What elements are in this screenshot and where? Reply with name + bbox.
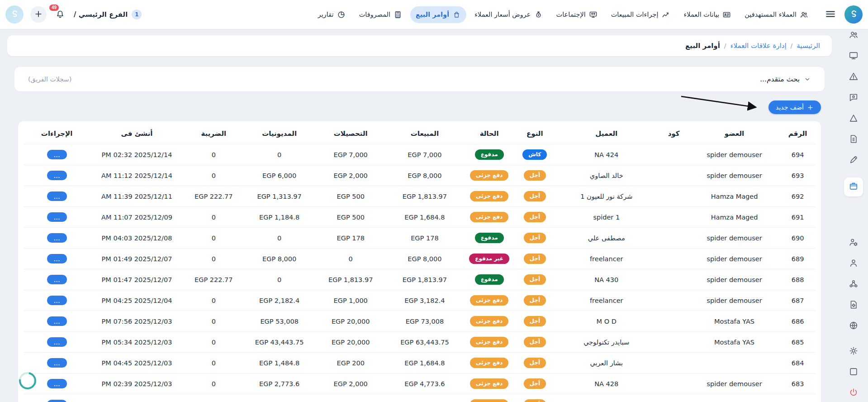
nav-tab-sales-orders[interactable]: أوامر البيع xyxy=(410,6,466,23)
table-row: 694spider demouserNA 424كاشمدفوعEGP 7,00… xyxy=(24,144,816,165)
cell-number: 694 xyxy=(780,144,816,165)
type-badge: أجل xyxy=(524,295,546,306)
row-actions-button[interactable]: ... xyxy=(47,316,67,326)
sidebar-item-document-settings[interactable] xyxy=(848,300,859,311)
nav-tab-reports[interactable]: تقارير xyxy=(313,6,351,23)
app-logo[interactable] xyxy=(844,5,863,24)
cell-number: 692 xyxy=(780,186,816,207)
col-number: الرقم xyxy=(780,123,816,144)
sidebar-item-invoices[interactable] xyxy=(848,134,859,146)
cell-code xyxy=(659,269,689,290)
sidebar-item-alerts[interactable] xyxy=(848,72,859,83)
cell-client: NA 430 xyxy=(554,269,659,290)
add-new-button[interactable]: أضف جديد xyxy=(768,100,821,114)
cell-debts: EGP 2,773.6 xyxy=(244,373,315,394)
breadcrumb-crm[interactable]: إدارة علاقات العملاء xyxy=(730,42,787,50)
sidebar-item-web-analytics[interactable] xyxy=(848,321,859,332)
row-actions-button[interactable]: ... xyxy=(47,275,67,284)
advanced-search-label: بحث متقدم... xyxy=(760,75,800,83)
cell-debts: EGP 1,184.8 xyxy=(244,207,315,228)
nav-tab-sales-actions[interactable]: إجراءات المبيعات xyxy=(606,6,676,23)
customer-data-icon xyxy=(722,10,731,19)
document-settings-icon xyxy=(849,300,859,311)
cell-sales: EGP 63,443.75 xyxy=(386,332,463,353)
cell-type: أجل xyxy=(515,228,554,249)
type-badge: أجل xyxy=(524,170,546,181)
row-actions-button[interactable]: ... xyxy=(47,191,67,201)
col-created: أنشئ فى xyxy=(90,123,184,144)
cell-type: أجل xyxy=(515,311,554,332)
hamburger-icon xyxy=(825,14,836,21)
sidebar-item-team[interactable] xyxy=(848,30,859,42)
logout-icon xyxy=(849,388,859,399)
nav-tab-targeted-customers[interactable]: العملاء المستهدفين xyxy=(739,6,814,23)
row-actions-button[interactable]: ... xyxy=(47,296,67,305)
video-meetings-icon xyxy=(849,92,859,104)
sidebar-item-settings[interactable] xyxy=(848,346,859,358)
type-badge: أجل xyxy=(524,233,546,243)
sales-orders-icon xyxy=(849,181,859,193)
row-actions-button[interactable]: ... xyxy=(47,337,67,347)
sidebar-item-logout[interactable] xyxy=(848,388,859,399)
cell-actions: ... xyxy=(24,165,90,186)
row-actions-button[interactable]: ... xyxy=(47,150,67,159)
table-row: 690spider demouserمصطفى عليأجلمدفوعEGP 1… xyxy=(24,228,816,249)
nav-tab-customer-quotes[interactable]: عروض أسعار العملاء xyxy=(469,6,548,23)
notifications-button[interactable]: 49 xyxy=(53,8,67,21)
branch-selector[interactable]: 1 الفرع الرئيسي / xyxy=(74,10,142,19)
avatar-swirl-icon xyxy=(9,8,20,21)
sidebar-item-funnel[interactable] xyxy=(848,113,859,125)
row-actions-button[interactable]: ... xyxy=(47,233,67,243)
nav-tab-expenses[interactable]: المصروفات xyxy=(354,6,408,23)
actions-row: أضف جديد xyxy=(18,100,821,115)
type-badge: كاش xyxy=(522,149,547,160)
meetings-icon xyxy=(589,10,598,19)
row-actions-button[interactable]: ... xyxy=(47,400,67,402)
cell-status: دفع جزئى xyxy=(463,290,516,311)
targeted-customers-icon xyxy=(800,10,808,19)
cell-status: مدفوع xyxy=(463,269,516,290)
cell-sales: EGP 4,773.6 xyxy=(386,373,463,394)
alerts-icon xyxy=(849,72,859,83)
type-badge: أجل xyxy=(524,378,546,389)
sidebar-item-presentations[interactable] xyxy=(848,51,859,62)
nav-tab-label: المصروفات xyxy=(359,11,390,18)
table-row: 687spider demouserfreelancerأجلدفع جزئىE… xyxy=(24,290,816,311)
cell-collections: EGP 1,813.97 xyxy=(315,269,386,290)
cell-code xyxy=(659,144,689,165)
main-nav: العملاء المستهدفينبيانات العملاءإجراءات … xyxy=(313,6,814,23)
row-actions-button[interactable]: ... xyxy=(47,212,67,222)
cell-number: 690 xyxy=(780,228,816,249)
branch-count-badge: 1 xyxy=(132,10,142,19)
col-type: النوع xyxy=(515,123,554,144)
team-records-toggle[interactable]: (سجلات الفريق) xyxy=(28,76,71,83)
sidebar-item-customer-settings[interactable] xyxy=(848,237,859,249)
breadcrumb-home[interactable]: الرئيسية xyxy=(797,42,820,50)
cell-sales: EGP 1,813.97 xyxy=(386,186,463,207)
sidebar-item-sales-orders[interactable] xyxy=(844,177,863,196)
row-actions-button[interactable]: ... xyxy=(47,358,67,368)
table-row: 686Mostafa YASM O Dأجلدفع جزئىEGP 73,008… xyxy=(24,311,816,332)
sidebar-item-team-network[interactable] xyxy=(848,279,859,291)
sidebar-item-tasks[interactable] xyxy=(848,367,859,378)
row-actions-button[interactable]: ... xyxy=(47,379,67,388)
cell-client: NA 424 xyxy=(554,144,659,165)
row-actions-button[interactable]: ... xyxy=(47,171,67,180)
cell-created: AM 11:12 2025/12/14 xyxy=(90,165,184,186)
menu-button[interactable] xyxy=(824,8,837,21)
cell-status: دفع جزئى xyxy=(463,311,516,332)
quick-add-button[interactable] xyxy=(30,6,47,23)
sidebar-item-contracts[interactable] xyxy=(848,155,859,167)
row-actions-button[interactable]: ... xyxy=(47,254,67,263)
cell-code xyxy=(659,373,689,394)
user-avatar[interactable] xyxy=(5,5,24,24)
advanced-search-toggle[interactable]: بحث متقدم... xyxy=(760,75,811,83)
nav-tab-customer-data[interactable]: بيانات العملاء xyxy=(678,6,736,23)
sidebar-item-customers[interactable] xyxy=(848,258,859,270)
nav-tab-meetings[interactable]: الإجتماعات xyxy=(551,6,603,23)
sidebar-item-video-meetings[interactable] xyxy=(848,92,859,104)
nav-tab-label: عروض أسعار العملاء xyxy=(474,11,531,18)
settings-icon xyxy=(849,346,859,358)
cell-number: 685 xyxy=(780,332,816,353)
bell-icon xyxy=(55,14,66,21)
